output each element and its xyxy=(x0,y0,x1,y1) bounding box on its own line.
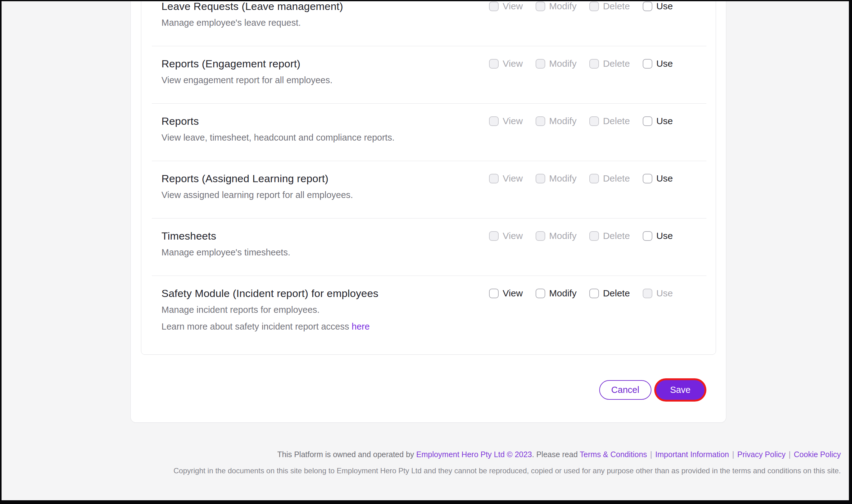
permission-checkboxes: View Modify Delete Use xyxy=(489,116,673,126)
checkbox-label: View xyxy=(503,173,522,184)
footer-text: This Platform is owned and operated by xyxy=(277,450,416,459)
permission-checkboxes: View Modify Delete Use xyxy=(489,1,673,12)
page-background: Leave Requests (Leave management) Manage… xyxy=(2,1,849,500)
permission-info: Reports (Assigned Learning report) View … xyxy=(161,172,489,201)
checkbox-use[interactable]: Use xyxy=(643,1,673,12)
checkbox-box[interactable] xyxy=(643,231,652,241)
permission-info: Safety Module (Incident report) for empl… xyxy=(161,286,489,332)
checkbox-delete[interactable]: Delete xyxy=(589,173,630,184)
checkbox-label: Use xyxy=(656,116,673,126)
permission-description: View engagement report for all employees… xyxy=(161,74,477,86)
checkbox-modify[interactable]: Modify xyxy=(536,231,576,241)
footer-company-link[interactable]: Employment Hero Pty Ltd © 2023 xyxy=(416,450,532,459)
checkbox-modify[interactable]: Modify xyxy=(536,116,576,126)
checkbox-delete[interactable]: Delete xyxy=(589,116,630,126)
permission-description: Manage employee's leave request. xyxy=(161,17,477,29)
checkbox-use[interactable]: Use xyxy=(643,231,673,241)
checkbox-box[interactable] xyxy=(589,2,599,11)
checkbox-label: Modify xyxy=(549,1,576,12)
permission-title: Safety Module (Incident report) for empl… xyxy=(161,286,477,300)
checkbox-box[interactable] xyxy=(489,231,499,241)
checkbox-box[interactable] xyxy=(489,59,499,69)
checkbox-view[interactable]: View xyxy=(489,231,522,241)
footer-link-important-information[interactable]: Important Information xyxy=(655,450,729,459)
checkbox-box[interactable] xyxy=(536,2,545,11)
footer-link-privacy-policy[interactable]: Privacy Policy xyxy=(737,450,785,459)
footer-separator: | xyxy=(732,450,734,459)
checkbox-delete[interactable]: Delete xyxy=(589,58,630,69)
checkbox-box[interactable] xyxy=(536,231,545,241)
checkbox-use[interactable]: Use xyxy=(643,58,673,69)
checkbox-box[interactable] xyxy=(536,289,545,298)
checkbox-box[interactable] xyxy=(489,289,499,298)
cancel-button[interactable]: Cancel xyxy=(599,380,652,400)
permission-description: View assigned learning report for all em… xyxy=(161,189,477,201)
checkbox-label: Use xyxy=(656,231,673,241)
footer-link-terms[interactable]: Terms & Conditions xyxy=(580,450,647,459)
checkbox-delete[interactable]: Delete xyxy=(589,231,630,241)
checkbox-box[interactable] xyxy=(536,116,545,126)
checkbox-use[interactable]: Use xyxy=(643,173,673,184)
checkbox-use[interactable]: Use xyxy=(643,116,673,126)
checkbox-modify[interactable]: Modify xyxy=(536,58,576,69)
checkbox-view[interactable]: View xyxy=(489,1,522,12)
permission-checkboxes: View Modify Delete Use xyxy=(489,288,673,299)
permission-description: Manage incident reports for employees. xyxy=(161,304,477,316)
checkbox-label: Delete xyxy=(603,116,630,126)
checkbox-label: Modify xyxy=(549,288,576,299)
checkbox-label: Delete xyxy=(603,1,630,12)
checkbox-modify[interactable]: Modify xyxy=(536,288,576,299)
checkbox-view[interactable]: View xyxy=(489,288,522,299)
checkbox-box[interactable] xyxy=(589,174,599,183)
footer-text: . Please read xyxy=(532,450,580,459)
permission-title: Reports xyxy=(161,114,477,128)
checkbox-box[interactable] xyxy=(536,59,545,69)
form-actions: Cancel Save xyxy=(599,380,705,400)
checkbox-label: View xyxy=(503,116,522,126)
checkbox-modify[interactable]: Modify xyxy=(536,173,576,184)
checkbox-box[interactable] xyxy=(589,116,599,126)
permission-description: Manage employee's timesheets. xyxy=(161,247,477,258)
checkbox-label: Modify xyxy=(549,116,576,126)
checkbox-label: Use xyxy=(656,288,673,299)
permission-checkboxes: View Modify Delete Use xyxy=(489,58,673,69)
permission-title: Timesheets xyxy=(161,229,477,243)
footer-separator: | xyxy=(650,450,652,459)
checkbox-box[interactable] xyxy=(589,59,599,69)
checkbox-label: View xyxy=(503,58,522,69)
checkbox-box[interactable] xyxy=(589,231,599,241)
checkbox-label: Delete xyxy=(603,288,630,299)
checkbox-label: Use xyxy=(656,1,673,12)
checkbox-box[interactable] xyxy=(589,289,599,298)
checkbox-box[interactable] xyxy=(489,174,499,183)
checkbox-label: Delete xyxy=(603,173,630,184)
checkbox-box[interactable] xyxy=(489,2,499,11)
checkbox-box[interactable] xyxy=(643,289,652,298)
checkbox-view[interactable]: View xyxy=(489,116,522,126)
checkbox-use[interactable]: Use xyxy=(643,288,673,299)
checkbox-view[interactable]: View xyxy=(489,173,522,184)
footer-copyright: Copyright in the documents on this site … xyxy=(127,466,841,475)
learn-more-link[interactable]: here xyxy=(352,322,370,331)
checkbox-box[interactable] xyxy=(643,2,652,11)
checkbox-box[interactable] xyxy=(536,174,545,183)
checkbox-label: View xyxy=(503,288,522,299)
checkbox-box[interactable] xyxy=(643,116,652,126)
checkbox-delete[interactable]: Delete xyxy=(589,1,630,12)
permission-info: Reports View leave, timesheet, headcount… xyxy=(161,114,489,143)
save-button[interactable]: Save xyxy=(656,380,705,400)
permission-info: Timesheets Manage employee's timesheets. xyxy=(161,229,489,258)
checkbox-modify[interactable]: Modify xyxy=(536,1,576,12)
footer-link-cookie-policy[interactable]: Cookie Policy xyxy=(794,450,841,459)
checkbox-box[interactable] xyxy=(643,59,652,69)
checkbox-box[interactable] xyxy=(489,116,499,126)
permission-checkboxes: View Modify Delete Use xyxy=(489,173,673,184)
learn-more-text: Learn more about safety incident report … xyxy=(161,322,352,331)
checkbox-box[interactable] xyxy=(643,174,652,183)
permission-row: Reports (Engagement report) View engagem… xyxy=(152,46,706,104)
checkbox-label: Delete xyxy=(603,231,630,241)
checkbox-view[interactable]: View xyxy=(489,58,522,69)
checkbox-delete[interactable]: Delete xyxy=(589,288,630,299)
permission-row: Leave Requests (Leave management) Manage… xyxy=(152,1,706,46)
permission-description: View leave, timesheet, headcount and com… xyxy=(161,131,477,143)
